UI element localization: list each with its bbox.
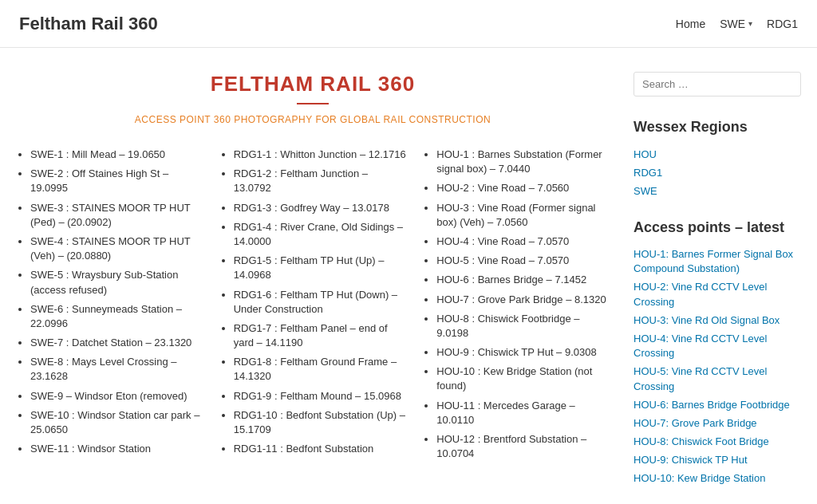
nav-swe[interactable]: SWE ▾ [720,18,752,30]
sidebar-region-link[interactable]: SWE [633,185,657,197]
list-item: SWE-2 : Off Staines High St – 19.0995 [30,167,203,195]
sidebar-region-link[interactable]: HOU [633,148,657,160]
site-logo[interactable]: Feltham Rail 360 [19,14,158,34]
access-point-link[interactable]: HOU-3: Vine Rd Old Signal Box [633,313,801,328]
list-item: SWE-5 : Wraysbury Sub-Station (access re… [30,268,203,297]
list-col-rdg1: RDG1-1 : Whitton Junction – 12.1716RDG1-… [219,148,407,466]
access-point-link[interactable]: HOU-7: Grove Park Bridge [633,416,801,431]
list-item: RDG1-6 : Feltham TP Hut (Down) – Under C… [234,288,407,317]
list-item: SWE-9 – Windsor Eton (removed) [30,389,203,404]
main-nav: Home SWE ▾ RDG1 [676,18,798,30]
chevron-down-icon: ▾ [748,19,752,28]
sidebar-region-link[interactable]: RDG1 [633,167,662,179]
title-divider [297,103,329,104]
list-item: SWE-11 : Windsor Station [30,442,203,456]
access-point-link[interactable]: HOU-10: Kew Bridge Station [633,471,801,486]
list-item: SWE-6 : Sunneymeads Station – 22.0996 [30,302,203,331]
list-item: SWE-7 : Datchet Station – 23.1320 [30,336,203,350]
list-item: HOU-5 : Vine Road – 7.0570 [436,254,610,268]
list-item: RDG1-8 : Feltham Ground Frame – 14.1320 [234,355,407,384]
access-points-list: HOU-1: Barnes Former Signal Box Compound… [633,247,801,486]
list-col-swe: SWE-1 : Mill Mead – 19.0650SWE-2 : Off S… [16,148,203,466]
list-item: HOU-4 : Vine Road – 7.0570 [436,234,610,249]
list-item: RDG1-2 : Feltham Junction – 13.0792 [234,167,407,195]
access-point-link[interactable]: HOU-5: Vine Rd CCTV Level Crossing [633,364,801,393]
site-body: FELTHAM RAIL 360 ACCESS POINT 360 PHOTOG… [0,48,817,504]
list-item: SWE-4 : STAINES MOOR TP HUT (Veh) – (20.… [30,234,203,263]
access-point-link[interactable]: HOU-4: Vine Rd CCTV Level Crossing [633,332,801,360]
hou-list: HOU-1 : Barnes Substation (Former signal… [422,148,610,461]
access-point-link[interactable]: HOU-6: Barnes Bridge Footbridge [633,398,801,412]
access-point-link[interactable]: HOU-8: Chiswick Foot Bridge [633,435,801,449]
list-item: RDG1-5 : Feltham TP Hut (Up) – 14.0968 [234,254,407,282]
swe-list: SWE-1 : Mill Mead – 19.0650SWE-2 : Off S… [16,148,203,456]
page-subtitle: ACCESS POINT 360 PHOTOGRAPHY FOR GLOBAL … [16,114,610,125]
list-item: SWE-1 : Mill Mead – 19.0650 [30,148,203,162]
access-point-link[interactable]: HOU-2: Vine Rd CCTV Level Crossing [633,280,801,309]
list-item: HOU-1 : Barnes Substation (Former signal… [436,148,610,176]
page-title: FELTHAM RAIL 360 [16,72,610,96]
list-item: SWE-3 : STAINES MOOR TP HUT (Ped) – (20.… [30,201,203,230]
access-point-link[interactable]: HOU-9: Chiswick TP Hut [633,453,801,467]
list-item: HOU-2 : Vine Road – 7.0560 [436,181,610,195]
list-item: HOU-11 : Mercedes Garage – 10.0110 [436,399,610,427]
list-col-hou: HOU-1 : Barnes Substation (Former signal… [422,148,610,466]
nav-home[interactable]: Home [676,18,705,30]
regions-list: HOURDG1SWE [633,147,801,197]
list-item: SWE-8 : Mays Level Crossing – 23.1628 [30,355,203,384]
list-item: RDG1-4 : River Crane, Old Sidings – 14.0… [234,220,407,249]
rdg1-list: RDG1-1 : Whitton Junction – 12.1716RDG1-… [219,148,407,456]
list-item: HOU-9 : Chiswick TP Hut – 9.0308 [436,345,610,360]
lists-container: SWE-1 : Mill Mead – 19.0650SWE-2 : Off S… [16,148,610,466]
list-item: HOU-8 : Chiswick Footbridge – 9.0198 [436,312,610,341]
list-item: RDG1-3 : Godfrey Way – 13.0178 [234,201,407,215]
list-item: HOU-3 : Vine Road (Former signal box) (V… [436,201,610,230]
main-content: FELTHAM RAIL 360 ACCESS POINT 360 PHOTOG… [16,72,610,490]
nav-rdg1[interactable]: RDG1 [767,18,798,30]
access-point-link[interactable]: HOU-1: Barnes Former Signal Box Compound… [633,247,801,276]
regions-title: Wessex Regions [633,119,801,136]
nav-swe-label: SWE [720,18,745,30]
list-item: RDG1-9 : Feltham Mound – 15.0968 [234,389,407,404]
search-input[interactable] [633,72,801,96]
list-item: SWE-10 : Windsor Station car park – 25.0… [30,408,203,437]
access-title: Access points – latest [633,219,801,236]
sidebar: Wessex Regions HOURDG1SWE Access points … [633,72,801,490]
list-item: HOU-6 : Barnes Bridge – 7.1452 [436,273,610,287]
list-item: RDG1-11 : Bedfont Substation [234,442,407,456]
site-header: Feltham Rail 360 Home SWE ▾ RDG1 [0,0,817,48]
list-item: RDG1-1 : Whitton Junction – 12.1716 [234,148,407,162]
list-item: HOU-12 : Brentford Substation – 10.0704 [436,432,610,461]
list-item: HOU-7 : Grove Park Bridge – 8.1320 [436,293,610,307]
list-item: RDG1-10 : Bedfont Substation (Up) – 15.1… [234,408,407,437]
list-item: HOU-10 : Kew Bridge Station (not found) [436,364,610,393]
list-item: RDG1-7 : Feltham Panel – end of yard – 1… [234,321,407,350]
